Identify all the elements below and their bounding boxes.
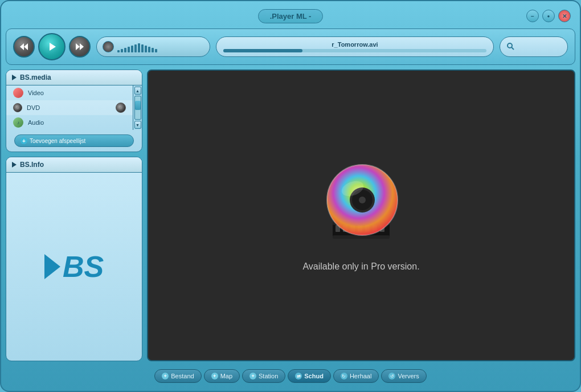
video-label: Video [28, 89, 44, 96]
schud-label: Schud [304, 373, 324, 379]
cd-logo [316, 159, 407, 250]
dvd-icon [13, 103, 22, 112]
vol-bar-8 [141, 44, 144, 52]
close-button[interactable]: ✕ [558, 10, 571, 22]
transport-controls [13, 33, 91, 60]
vol-bar-7 [138, 43, 140, 52]
media-list: Video DVD ♪ Audio [6, 85, 133, 130]
window-title: .Player ML - [258, 9, 324, 23]
svg-point-5 [508, 43, 512, 48]
map-label: Map [220, 373, 232, 379]
herhaal-label: Herhaal [350, 373, 372, 379]
info-panel-header: BS.Info [6, 157, 142, 173]
ververs-button[interactable]: ↺ Ververs [381, 369, 426, 383]
svg-marker-4 [80, 43, 84, 50]
file-info: r_Tomorrow.avi [216, 36, 494, 57]
bs-arrow-icon [44, 254, 60, 279]
vol-bar-6 [134, 44, 137, 52]
play-button[interactable] [38, 33, 66, 60]
window-controls: − ● ✕ [526, 10, 571, 22]
media-panel-header: BS.media [6, 70, 142, 85]
media-list-container: Video DVD ♪ Audio [6, 85, 142, 130]
vol-bar-3 [124, 48, 126, 52]
video-area: Available only in Pro version. [147, 70, 575, 361]
bestand-plus-icon: + [162, 373, 169, 379]
vol-bar-1 [117, 50, 120, 52]
toolbar: r_Tomorrow.avi [6, 28, 575, 65]
media-item-video[interactable]: Video [6, 85, 133, 100]
svg-line-6 [512, 47, 514, 50]
vol-bar-2 [121, 49, 123, 52]
ververs-label: Ververs [398, 373, 419, 379]
vol-bar-9 [145, 46, 147, 52]
file-name: r_Tomorrow.avi [332, 41, 378, 48]
volume-control[interactable] [96, 36, 210, 57]
bottom-bar: + Bestand + Map + Station ⇌ Schud ↻ Herh… [6, 366, 575, 386]
station-label: Station [259, 373, 278, 379]
vol-bar-12 [155, 49, 157, 52]
plus-icon: + [21, 137, 27, 144]
svg-marker-1 [24, 43, 28, 50]
scroll-down-btn[interactable]: ▼ [134, 121, 141, 129]
progress-indicator [223, 49, 302, 52]
scrollbar[interactable]: ▲ ▼ [133, 85, 142, 130]
left-panel: BS.media Video DVD [6, 70, 142, 361]
audio-label: Audio [28, 119, 44, 126]
svg-marker-2 [50, 43, 56, 51]
video-icon [13, 88, 23, 98]
rewind-button[interactable] [13, 36, 35, 58]
audio-icon: ♪ [13, 117, 23, 128]
info-panel-title: BS.Info [20, 161, 44, 169]
media-item-dvd[interactable]: DVD [6, 100, 133, 115]
forward-button[interactable] [69, 36, 91, 58]
bestand-label: Bestand [171, 373, 194, 379]
media-item-audio[interactable]: ♪ Audio [6, 115, 133, 130]
add-playlist-label: Toevoegen afspeellijst [30, 138, 85, 144]
search-area[interactable] [500, 36, 568, 57]
search-icon [506, 42, 515, 52]
info-panel: BS.Info BS [6, 157, 142, 361]
main-content: BS.media Video DVD [6, 70, 575, 361]
herhaal-icon: ↻ [341, 373, 347, 379]
station-plus-icon: + [249, 373, 256, 379]
media-expand-arrow[interactable] [12, 75, 17, 80]
vol-bar-4 [128, 47, 130, 52]
maximize-button[interactable]: ● [542, 10, 555, 22]
info-expand-arrow[interactable] [12, 162, 17, 168]
add-playlist-button[interactable]: + Toevoegen afspeellijst [14, 134, 134, 147]
scroll-track[interactable] [134, 96, 141, 120]
add-playlist-area: + Toevoegen afspeellijst [6, 130, 142, 152]
herhaal-button[interactable]: ↻ Herhaal [333, 369, 379, 383]
progress-bar[interactable] [223, 49, 486, 52]
media-panel: BS.media Video DVD [6, 70, 142, 152]
ververs-icon: ↺ [388, 373, 395, 379]
vol-bar-11 [152, 48, 154, 52]
minimize-button[interactable]: − [526, 10, 539, 22]
title-bar: .Player ML - − ● ✕ [6, 6, 575, 26]
scroll-thumb [135, 101, 141, 110]
map-button[interactable]: + Map [204, 369, 240, 383]
app-window: .Player ML - − ● ✕ [0, 0, 581, 392]
pro-version-message: Available only in Pro version. [302, 262, 419, 272]
volume-icon [103, 41, 114, 52]
map-plus-icon: + [211, 373, 218, 379]
dvd-label: DVD [27, 104, 40, 111]
vol-bar-10 [148, 47, 150, 52]
station-button[interactable]: + Station [242, 369, 285, 383]
bs-logo-area: BS [6, 173, 142, 361]
svg-marker-0 [20, 43, 24, 50]
volume-bars [117, 41, 157, 52]
bs-logo: BS [44, 252, 104, 281]
media-panel-title: BS.media [20, 74, 51, 81]
schud-button[interactable]: ⇌ Schud [288, 369, 331, 383]
svg-point-21 [359, 197, 366, 203]
scroll-up-btn[interactable]: ▲ [134, 87, 141, 95]
svg-marker-3 [76, 43, 80, 50]
schud-icon: ⇌ [295, 373, 302, 379]
dvd-settings-icon [116, 103, 126, 113]
bestand-button[interactable]: + Bestand [154, 369, 201, 383]
vol-bar-5 [131, 46, 133, 52]
bs-logo-text: BS [63, 252, 104, 281]
